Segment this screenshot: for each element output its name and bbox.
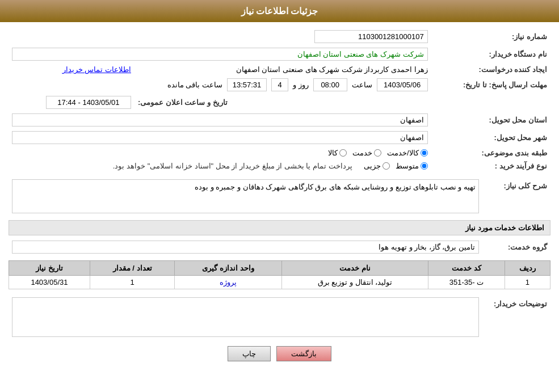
ettelaat-link-cell[interactable]: اطلاعات تماس خریدار — [9, 63, 135, 76]
tosifat-textarea[interactable] — [15, 301, 476, 329]
tarikh-elan-label: تاریخ و ساعت اعلان عمومی: — [135, 94, 266, 111]
main-content: شماره نیاز: 1103001281000107 نام دستگاه … — [0, 22, 559, 373]
rooz-label: روز و — [293, 81, 309, 89]
row-mohlat-ersal: مهلت ارسال پاسخ: تا تاریخ: 1403/05/06 سا… — [9, 76, 550, 94]
radio-mottavasat-text: متوسط — [396, 162, 419, 170]
col-tarikh: تاریخ نیاز — [9, 261, 90, 276]
farayand-radio-group: متوسط جزیی پرداخت تمام یا بخشی از مبلغ خ… — [12, 162, 428, 170]
khadamat-section-title: اطلاعات خدمات مورد نیاز — [9, 220, 550, 235]
tabaqe-radio-group: کالا/خدمت خدمت کالا — [12, 149, 428, 157]
row-nam-dastgah: نام دستگاه خریدار: شرکت شهرک های صنعتی ا… — [9, 45, 550, 63]
tabaqe-label: طبقه بندی موضوعی: — [431, 146, 550, 159]
page-title: جزئیات اطلاعات نیاز — [241, 6, 318, 16]
row-grohe-khadamat: گروه خدمت: تامین برق، گاز، بخار و تهویه … — [9, 238, 550, 256]
mohlat-ersal-label: مهلت ارسال پاسخ: تا تاریخ: — [431, 76, 550, 94]
saat-label: ساعت — [352, 81, 372, 89]
tosifat-box — [12, 297, 479, 337]
shomare-niaz-label: شماره نیاز: — [431, 28, 550, 45]
radio-khadamat-label[interactable]: خدمت — [352, 149, 381, 157]
row-sharh: شرح کلی نیاز: تهیه و نصب تابلوهای توزیع … — [9, 177, 550, 216]
sharh-value-box: تهیه و نصب تابلوهای توزیع و روشنایی شبکه… — [12, 179, 479, 213]
radio-mottavasat-label[interactable]: متوسط — [396, 162, 428, 170]
tosifat-label: توضیحات خریدار: — [482, 295, 550, 339]
col-kod: کد خدمت — [428, 261, 505, 276]
nam-dastgah-box: شرکت شهرک های صنعتی استان اصفهان — [12, 48, 428, 61]
services-table: ردیف کد خدمت نام خدمت واحد اندازه گیری ت… — [9, 260, 550, 289]
back-button[interactable]: بازگشت — [276, 346, 331, 361]
shahr-tahvil-value: اصفهان — [12, 131, 428, 144]
grohe-khadamat-label: گروه خدمت: — [482, 238, 550, 256]
ostan-tahvil-label: استان محل تحویل: — [431, 111, 550, 129]
tarikh-elan-value: 1403/05/01 - 17:44 — [46, 96, 131, 109]
table-row: 1 ت -35-351 تولید، انتقال و توزیع برق پر… — [9, 276, 550, 289]
cell-vahed-link: پروژه — [220, 278, 237, 286]
buttons-row: بازگشت چاپ — [9, 346, 550, 361]
row-ostan-tahvil: استان محل تحویل: اصفهان — [9, 111, 550, 129]
cell-radif: 1 — [505, 276, 550, 289]
radio-jozii[interactable] — [383, 162, 390, 170]
radio-kala-khadamat[interactable] — [421, 149, 428, 157]
radio-jozii-label[interactable]: جزیی — [364, 162, 390, 170]
ijad-konande-text: زهرا احمدی کاربرداز شرکت شهرک های صنعتی … — [236, 65, 428, 74]
remaining-label: ساعت باقی مانده — [167, 81, 222, 89]
page-header: جزئیات اطلاعات نیاز — [0, 0, 559, 22]
table-header: ردیف کد خدمت نام خدمت واحد اندازه گیری ت… — [9, 261, 550, 276]
grohe-khadamat-value: تامین برق، گاز، بخار و تهویه هوا — [12, 241, 479, 254]
row-tarikh-elan: تاریخ و ساعت اعلان عمومی: 1403/05/01 - 1… — [9, 94, 550, 111]
row-shahr-tahvil: شهر محل تحویل: اصفهان — [9, 129, 550, 146]
ijad-konande-value: زهرا احمدی کاربرداز شرکت شهرک های صنعتی … — [135, 63, 431, 76]
radio-kala-khadamat-text: کالا/خدمت — [387, 149, 419, 157]
radio-kala-text: کالا — [328, 149, 338, 157]
grohe-khadamat-table: گروه خدمت: تامین برق، گاز، بخار و تهویه … — [9, 238, 550, 256]
farayand-note: پرداخت تمام یا بخشی از مبلغ خریدار از مح… — [113, 162, 352, 170]
cell-nam: تولید، انتقال و توزیع برق — [281, 276, 428, 289]
cell-vahed: پروژه — [175, 276, 281, 289]
row-tabaqe: طبقه بندی موضوعی: کالا/خدمت خدمت — [9, 146, 550, 159]
cell-tarikh: 1403/05/31 — [9, 276, 90, 289]
row-ijad-konande: ایجاد کننده درخواست: زهرا احمدی کاربرداز… — [9, 63, 550, 76]
shomare-niaz-value: 1103001281000107 — [266, 28, 431, 45]
ostan-tahvil-value: اصفهان — [12, 113, 428, 127]
table-header-row: ردیف کد خدمت نام خدمت واحد اندازه گیری ت… — [9, 261, 550, 276]
radio-kala-khadamat-label[interactable]: کالا/خدمت — [387, 149, 428, 157]
col-tedad: تعداد / مقدار — [90, 261, 174, 276]
radio-khadamat-text: خدمت — [352, 149, 372, 157]
row-tosifat: توضیحات خریدار: — [9, 295, 550, 339]
ettelaat-link[interactable]: اطلاعات تماس خریدار — [62, 65, 131, 74]
remaining-value: 13:57:31 — [227, 78, 267, 91]
nam-dastgah-label: نام دستگاه خریدار: — [431, 45, 550, 63]
page-wrapper: جزئیات اطلاعات نیاز شماره نیاز: 11030012… — [0, 0, 559, 392]
shomare-niaz-box: 1103001281000107 — [314, 30, 428, 43]
date-value: 1403/05/06 — [377, 78, 428, 91]
radio-kala-label[interactable]: کالا — [328, 149, 347, 157]
cell-tedad: 1 — [90, 276, 174, 289]
cell-kod: ت -35-351 — [428, 276, 505, 289]
tosifat-table: توضیحات خریدار: — [9, 295, 550, 339]
col-vahed: واحد اندازه گیری — [175, 261, 281, 276]
date-row: 1403/05/06 ساعت 08:00 روز و 4 13:57:31 س… — [12, 78, 428, 91]
print-button[interactable]: چاپ — [228, 346, 271, 361]
row-shomare-niaz: شماره نیاز: 1103001281000107 — [9, 28, 550, 45]
sharh-table: شرح کلی نیاز: تهیه و نصب تابلوهای توزیع … — [9, 177, 550, 216]
row-noe-farayand: نوع فرآیند خرید : متوسط جزیی پرداخت تمام… — [9, 159, 550, 172]
nam-dastgah-value: شرکت شهرک های صنعتی استان اصفهان — [9, 45, 431, 63]
rooz-value: 4 — [271, 78, 288, 91]
table-body: 1 ت -35-351 تولید، انتقال و توزیع برق پر… — [9, 276, 550, 289]
info-table: شماره نیاز: 1103001281000107 نام دستگاه … — [9, 28, 550, 172]
radio-mottavasat[interactable] — [421, 162, 428, 170]
sharh-value: تهیه و نصب تابلوهای توزیع و روشنایی شبکه… — [195, 183, 476, 191]
col-radif: ردیف — [505, 261, 550, 276]
shahr-tahvil-label: شهر محل تحویل: — [431, 129, 550, 146]
saat-value: 08:00 — [313, 78, 347, 91]
ijad-konande-label: ایجاد کننده درخواست: — [431, 63, 550, 76]
col-nam: نام خدمت — [281, 261, 428, 276]
sharh-label: شرح کلی نیاز: — [482, 177, 550, 216]
radio-khadamat[interactable] — [374, 149, 381, 157]
radio-jozii-text: جزیی — [364, 162, 381, 170]
radio-kala[interactable] — [339, 149, 347, 157]
noe-farayand-label: نوع فرآیند خرید : — [431, 159, 550, 172]
